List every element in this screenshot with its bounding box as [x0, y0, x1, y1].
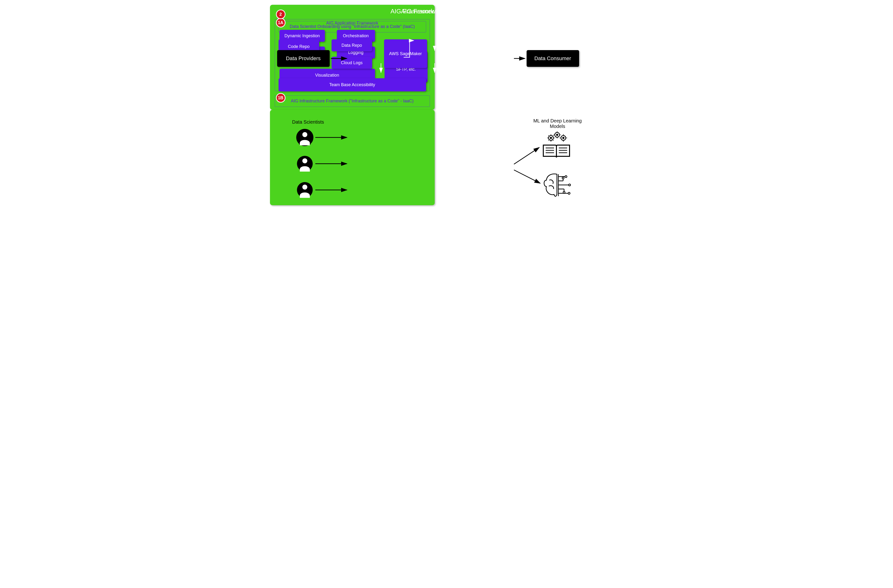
cloud-logs-box: Cloud Logs — [332, 57, 372, 69]
sagemaker-box: AWS SageMaker — [384, 39, 427, 68]
svg-point-4 — [302, 132, 307, 137]
badge-1b: 1B — [276, 93, 286, 103]
data-consumer-box: Data Consumer — [526, 50, 579, 67]
brain-circuit-icon — [542, 172, 573, 201]
arrow-sagemaker-to-book — [514, 147, 539, 164]
svg-line-16 — [553, 140, 553, 141]
ml-book-gears-icon — [541, 131, 572, 160]
svg-point-26 — [563, 137, 564, 139]
svg-point-20 — [556, 134, 558, 135]
svg-point-49 — [568, 192, 570, 194]
person-icon — [296, 155, 313, 172]
person-icon — [296, 129, 313, 146]
ml-models-label: ML and Deep Learning Models — [531, 118, 584, 129]
onboarding-label: Data Scientist Onboarding using "Infrast… — [279, 24, 426, 29]
svg-point-39 — [565, 176, 567, 177]
arrow-sagemaker-to-brain — [514, 170, 540, 183]
data-scientists-label: Data Scientists — [289, 119, 327, 125]
arrow-orch-to-integration — [454, 40, 478, 55]
person-icon — [296, 182, 313, 198]
svg-point-8 — [302, 185, 307, 190]
svg-point-42 — [562, 177, 564, 179]
svg-line-17 — [548, 140, 549, 141]
team-base-box: Team Base Accessibility — [278, 78, 426, 92]
svg-line-15 — [548, 135, 549, 136]
data-providers-box: Data Providers — [277, 50, 330, 67]
infrastructure-framework-section: AIG Infrastructure Framework ("Infrastru… — [275, 96, 430, 107]
data-repo-box: Data Repo — [332, 39, 372, 51]
svg-point-10 — [550, 137, 552, 139]
onboarding-section: Data Scientist Onboarding using "Infrast… — [278, 21, 426, 33]
svg-point-44 — [568, 184, 571, 186]
badge-2: 2 — [276, 9, 286, 19]
svg-line-18 — [553, 135, 553, 136]
data-science-title: AIG Framework for Data Science — [270, 8, 623, 15]
badge-1a: 1A — [276, 18, 286, 27]
svg-point-6 — [302, 159, 307, 164]
infrastructure-framework-label: AIG Infrastructure Framework ("Infrastru… — [275, 99, 430, 104]
